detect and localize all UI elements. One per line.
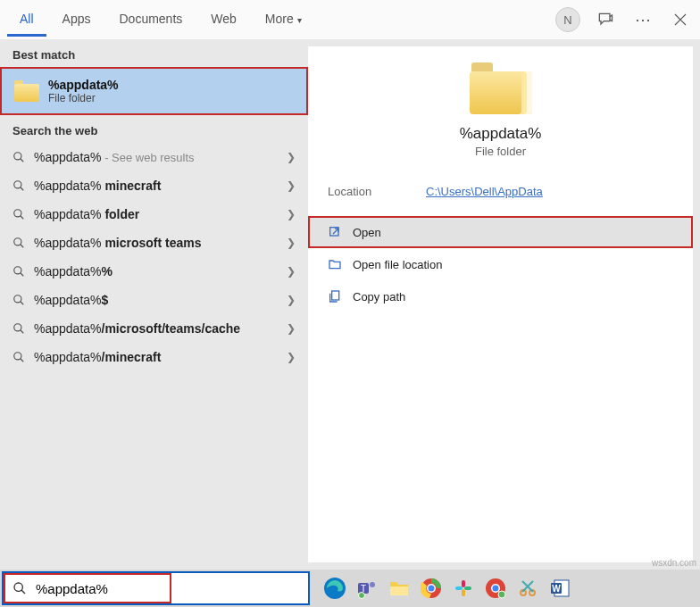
svg-rect-21 bbox=[455, 586, 462, 590]
tab-more[interactable]: More▾ bbox=[253, 3, 314, 37]
best-match-heading: Best match bbox=[0, 39, 308, 67]
chevron-right-icon: ❯ bbox=[287, 265, 296, 278]
chevron-right-icon: ❯ bbox=[287, 179, 296, 192]
svg-text:W: W bbox=[552, 584, 561, 594]
taskbar-tray: T W bbox=[310, 570, 574, 607]
filter-tabs: All Apps Documents Web More▾ bbox=[7, 3, 314, 37]
action-label: Open bbox=[353, 226, 381, 239]
chevron-right-icon: ❯ bbox=[287, 237, 296, 249]
svg-point-10 bbox=[14, 583, 22, 591]
edge-icon[interactable] bbox=[321, 574, 349, 603]
copy-path-icon bbox=[328, 289, 342, 304]
preview-actions: OpenOpen file locationCopy path bbox=[308, 216, 693, 312]
svg-point-3 bbox=[14, 238, 21, 245]
action-copy-path[interactable]: Copy path bbox=[308, 280, 693, 312]
svg-point-15 bbox=[359, 593, 365, 599]
web-result-text: %appdata% microsoft teams bbox=[34, 236, 278, 250]
chevron-right-icon: ❯ bbox=[287, 208, 296, 220]
chevron-right-icon: ❯ bbox=[287, 322, 296, 335]
close-icon[interactable] bbox=[668, 7, 693, 32]
action-open-file-location[interactable]: Open file location bbox=[308, 248, 693, 280]
web-results-list: %appdata% - See web results❯%appdata% mi… bbox=[0, 143, 308, 371]
search-input[interactable] bbox=[36, 581, 308, 596]
web-result-text: %appdata%/minecraft bbox=[34, 350, 278, 364]
more-options-icon[interactable]: ⋯ bbox=[630, 7, 655, 32]
open-icon bbox=[328, 225, 342, 239]
svg-point-4 bbox=[14, 267, 21, 274]
svg-point-27 bbox=[498, 591, 505, 598]
web-result-item[interactable]: %appdata% folder❯ bbox=[0, 200, 308, 229]
web-result-text: %appdata%% bbox=[34, 264, 278, 279]
tab-web[interactable]: Web bbox=[198, 3, 249, 37]
taskbar: T W bbox=[0, 570, 700, 607]
web-result-item[interactable]: %appdata% microsoft teams❯ bbox=[0, 229, 308, 257]
web-result-item[interactable]: %appdata% minecraft❯ bbox=[0, 171, 308, 200]
tab-documents[interactable]: Documents bbox=[106, 3, 195, 37]
chevron-right-icon: ❯ bbox=[287, 294, 296, 306]
svg-rect-23 bbox=[464, 586, 471, 590]
action-open[interactable]: Open bbox=[308, 216, 693, 248]
best-match-title: %appdata% bbox=[48, 78, 119, 92]
web-result-text: %appdata% minecraft bbox=[34, 179, 278, 193]
preview-subtitle: File folder bbox=[475, 145, 526, 158]
svg-point-0 bbox=[14, 153, 21, 160]
svg-point-2 bbox=[14, 210, 21, 217]
web-result-text: %appdata% folder bbox=[34, 207, 278, 221]
chevron-right-icon: ❯ bbox=[287, 351, 296, 363]
svg-point-7 bbox=[14, 353, 21, 360]
word-icon[interactable]: W bbox=[546, 574, 574, 603]
svg-rect-9 bbox=[332, 291, 339, 300]
svg-point-26 bbox=[493, 586, 499, 592]
web-result-text: %appdata% - See web results bbox=[34, 150, 278, 164]
web-result-item[interactable]: %appdata% - See web results❯ bbox=[0, 143, 308, 171]
chrome-icon[interactable] bbox=[417, 574, 446, 603]
action-label: Copy path bbox=[353, 290, 405, 304]
search-icon bbox=[4, 581, 36, 595]
folder-large-icon bbox=[470, 62, 532, 114]
slack-icon[interactable] bbox=[449, 574, 478, 603]
teams-icon[interactable]: T bbox=[353, 574, 381, 603]
tab-apps[interactable]: Apps bbox=[50, 3, 104, 37]
results-panel: Best match %appdata% File folder Search … bbox=[0, 39, 308, 570]
chevron-down-icon: ▾ bbox=[297, 15, 302, 25]
tab-all[interactable]: All bbox=[7, 3, 46, 37]
preview-panel: %appdata% File folder Location C:\Users\… bbox=[308, 46, 693, 562]
file-explorer-icon[interactable] bbox=[385, 574, 413, 603]
feedback-icon[interactable] bbox=[593, 7, 618, 32]
location-link[interactable]: C:\Users\Dell\AppData bbox=[426, 185, 543, 198]
best-match-item[interactable]: %appdata% File folder bbox=[0, 67, 308, 115]
best-match-subtitle: File folder bbox=[48, 92, 119, 104]
web-result-item[interactable]: %appdata%/microsoft/teams/cache❯ bbox=[0, 314, 308, 343]
web-result-text: %appdata%/microsoft/teams/cache bbox=[34, 321, 278, 336]
svg-point-19 bbox=[429, 586, 435, 592]
web-result-item[interactable]: %appdata%/minecraft❯ bbox=[0, 343, 308, 371]
svg-rect-20 bbox=[462, 580, 465, 587]
svg-point-6 bbox=[14, 324, 21, 331]
web-result-item[interactable]: %appdata%$❯ bbox=[0, 286, 308, 314]
svg-rect-22 bbox=[462, 589, 465, 596]
chevron-right-icon: ❯ bbox=[287, 151, 296, 163]
snip-icon[interactable] bbox=[513, 574, 542, 603]
watermark: wsxdn.com bbox=[652, 558, 696, 568]
svg-point-5 bbox=[14, 295, 21, 303]
header-bar: All Apps Documents Web More▾ N ⋯ bbox=[0, 0, 700, 39]
location-label: Location bbox=[328, 185, 426, 198]
web-result-item[interactable]: %appdata%%❯ bbox=[0, 257, 308, 286]
action-label: Open file location bbox=[353, 258, 442, 271]
taskbar-search[interactable] bbox=[2, 571, 310, 605]
web-result-text: %appdata%$ bbox=[34, 293, 278, 307]
folder-icon bbox=[14, 80, 39, 102]
user-avatar[interactable]: N bbox=[555, 7, 580, 32]
search-web-heading: Search the web bbox=[0, 115, 308, 143]
chrome2-icon[interactable] bbox=[481, 574, 510, 603]
svg-point-14 bbox=[370, 582, 375, 587]
svg-rect-16 bbox=[390, 586, 408, 595]
svg-point-1 bbox=[14, 181, 21, 188]
preview-title: %appdata% bbox=[460, 125, 542, 143]
open-location-icon bbox=[328, 257, 342, 271]
